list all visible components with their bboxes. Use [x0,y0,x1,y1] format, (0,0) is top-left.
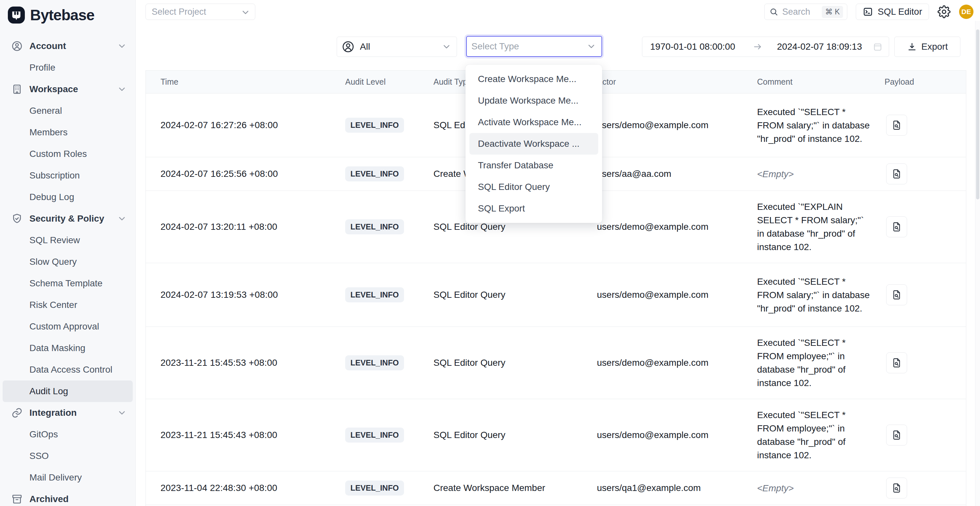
view-payload-button[interactable] [886,284,907,305]
dropdown-item-sql-export[interactable]: SQL Export [469,198,598,220]
audit-level-badge: LEVEL_INFO [345,166,404,181]
archive-icon [11,493,23,505]
dropdown-item-deactivate-workspace[interactable]: Deactivate Workspace ... [469,133,598,154]
cell-actor: users/demo@example.com [589,263,749,326]
sidebar-item-label: GitOps [29,429,58,440]
file-search-icon [891,289,902,301]
sidebar-item-mail-delivery[interactable]: Mail Delivery [3,467,133,488]
cell-audit-level: LEVEL_INFO [337,157,425,191]
audit-level-badge: LEVEL_INFO [345,220,404,234]
sidebar-item-data-masking[interactable]: Data Masking [3,337,133,359]
sidebar-item-label: Slow Query [29,256,77,267]
cell-payload [877,94,966,157]
cell-comment: <Empty> [749,157,877,191]
sidebar-item-label: General [29,106,62,116]
audit-level-badge: LEVEL_INFO [345,428,404,442]
sidebar-item-profile[interactable]: Profile [3,57,133,78]
type-filter-select[interactable]: Select Type [466,36,602,57]
cell-audit-type: SQL Editor Query [425,399,589,471]
sidebar-item-gitops[interactable]: GitOps [3,423,133,445]
sidebar-item-sql-review[interactable]: SQL Review [3,229,133,251]
sidebar-nav: Account Profile Workspace General Member… [0,25,135,506]
sidebar-section-account[interactable]: Account [3,35,133,57]
sidebar-item-members[interactable]: Members [3,122,133,143]
cell-time: 2023-11-21 15:45:53 +08:00 [146,327,337,399]
scrollbar-thumb[interactable] [976,29,979,199]
view-payload-button[interactable] [886,115,907,136]
cell-payload [877,157,966,191]
export-button[interactable]: Export [894,37,960,57]
cell-time: 2024-02-07 13:20:11 +08:00 [146,191,337,263]
cell-payload [877,191,966,263]
cell-time: 2024-02-07 13:19:53 +08:00 [146,263,337,326]
column-header-payload: Payload [877,71,966,93]
view-payload-button[interactable] [886,477,907,498]
view-payload-button[interactable] [886,164,907,185]
table-row: 2023-11-21 15:45:53 +08:00 LEVEL_INFO SQ… [146,327,966,399]
dropdown-item-update-workspace-me[interactable]: Update Workspace Me... [469,90,598,111]
dropdown-item-sql-editor-query[interactable]: SQL Editor Query [469,176,598,198]
sidebar-item-label: SQL Review [29,235,80,245]
chevron-down-icon [117,214,127,224]
topbar: Select Project Search ⌘ K SQL Editor [136,0,980,21]
sidebar-item-subscription[interactable]: Subscription [3,165,133,186]
column-header-comment: Comment [749,71,877,93]
cell-comment: Executed `"SELECT * FROM employee;"` in … [749,327,877,399]
sidebar-section-security-policy[interactable]: Security & Policy [3,208,133,229]
cell-comment: Executed `"SELECT * FROM employee;"` in … [749,399,877,471]
search-icon [769,7,778,16]
scrollbar[interactable] [975,21,980,506]
project-select[interactable]: Select Project [145,3,255,20]
sidebar-item-schema-template[interactable]: Schema Template [3,273,133,294]
search-placeholder: Search [782,7,818,17]
view-payload-button[interactable] [886,425,907,446]
sql-editor-label: SQL Editor [878,6,922,17]
export-label: Export [921,41,948,52]
sidebar-section-workspace[interactable]: Workspace [3,78,133,100]
dropdown-item-transfer-database[interactable]: Transfer Database [469,154,598,176]
view-payload-button[interactable] [886,216,907,237]
date-from: 1970-01-01 08:00:00 [650,41,735,52]
actor-filter-select[interactable]: All [337,37,457,57]
sidebar-item-slow-query[interactable]: Slow Query [3,251,133,273]
calendar-icon [872,41,883,52]
sidebar-item-data-access-control[interactable]: Data Access Control [3,359,133,380]
sidebar-item-general[interactable]: General [3,100,133,122]
sidebar-item-risk-center[interactable]: Risk Center [3,294,133,316]
sidebar-item-label: Data Access Control [29,364,113,375]
sidebar-item-custom-roles[interactable]: Custom Roles [3,143,133,165]
file-search-icon [891,482,902,493]
gear-icon[interactable] [937,5,951,18]
sidebar-section-label: Account [29,41,66,51]
sidebar-section-archived[interactable]: Archived [3,488,133,506]
type-filter-placeholder: Select Type [471,41,586,52]
sidebar-item-custom-approval[interactable]: Custom Approval [3,316,133,337]
sidebar-item-audit-log[interactable]: Audit Log [3,380,133,402]
sidebar-item-label: Members [29,127,68,138]
brand-logo[interactable]: Bytebase [0,0,135,25]
dropdown-item-activate-workspace-me[interactable]: Activate Workspace Me... [469,111,598,133]
topbar-right: Search ⌘ K SQL Editor DE [764,3,974,20]
date-range-picker[interactable]: 1970-01-01 08:00:00 2024-02-07 18:09:13 [642,37,889,57]
dropdown-item-create-workspace-me[interactable]: Create Workspace Me... [469,68,598,90]
cell-audit-level: LEVEL_INFO [337,471,425,505]
cell-actor: users/demo@example.com [589,327,749,399]
table-row: 2024-02-07 13:19:53 +08:00 LEVEL_INFO SQ… [146,263,966,327]
view-payload-button[interactable] [886,352,907,373]
sidebar-item-debug-log[interactable]: Debug Log [3,186,133,208]
type-filter-dropdown: Create Workspace Me... Update Workspace … [466,65,602,223]
actor-filter-value: All [360,41,436,52]
sql-editor-button[interactable]: SQL Editor [856,3,929,20]
cell-actor: users/demo@example.com [589,399,749,471]
avatar[interactable]: DE [959,5,974,19]
sidebar-section-integration[interactable]: Integration [3,402,133,423]
search-input[interactable]: Search ⌘ K [764,3,847,20]
brand-name: Bytebase [30,6,94,24]
chevron-down-icon [117,408,127,418]
audit-level-badge: LEVEL_INFO [345,287,404,302]
project-select-value: Select Project [152,7,206,17]
sidebar-item-sso[interactable]: SSO [3,445,133,467]
file-search-icon [891,357,902,368]
cell-audit-type: Create Workspace Member [425,471,589,505]
user-circle-icon [342,40,355,53]
